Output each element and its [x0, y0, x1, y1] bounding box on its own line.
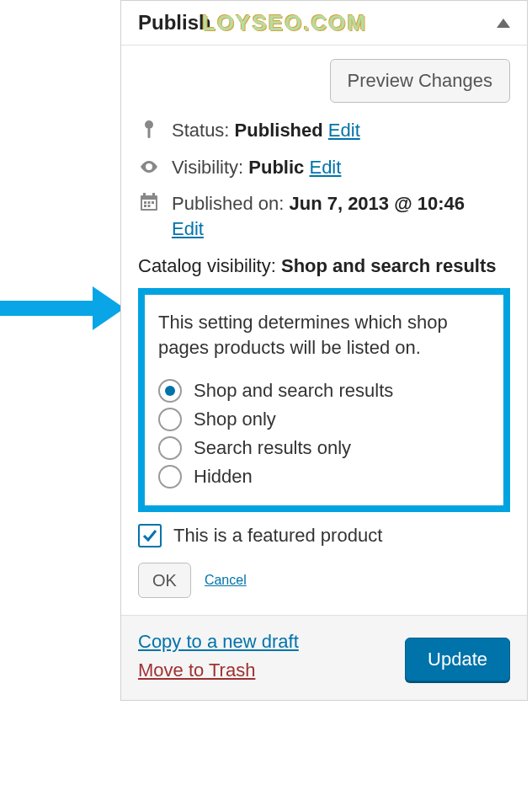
panel-header: Publish	[121, 1, 527, 45]
svg-rect-6	[152, 193, 155, 197]
ok-button[interactable]: OK	[138, 563, 191, 598]
catalog-option-label: Search results only	[194, 437, 351, 459]
pin-icon	[138, 120, 160, 140]
svg-point-2	[147, 165, 151, 168]
radio-icon	[158, 408, 182, 431]
catalog-visibility-row: Catalog visibility: Shop and search resu…	[138, 254, 510, 279]
status-edit-link[interactable]: Edit	[328, 120, 360, 141]
featured-product-label: This is a featured product	[173, 525, 382, 547]
svg-rect-4	[142, 200, 156, 209]
svg-rect-11	[148, 205, 151, 207]
visibility-row: Visibility: Public Edit	[138, 155, 510, 180]
visibility-label: Visibility:	[172, 157, 243, 178]
update-button[interactable]: Update	[405, 638, 510, 681]
catalog-option-label: Shop and search results	[194, 380, 393, 402]
status-label: Status:	[172, 120, 229, 141]
move-to-trash-link[interactable]: Move to Trash	[138, 659, 299, 681]
panel-title: Publish	[138, 11, 211, 35]
svg-rect-1	[148, 128, 151, 138]
status-value: Published	[235, 120, 323, 141]
svg-rect-8	[148, 201, 151, 204]
publish-panel: Publish Preview Changes Status: Publishe…	[120, 0, 528, 701]
panel-footer: Copy to a new draft Move to Trash Update	[121, 615, 527, 700]
catalog-option-2[interactable]: Search results only	[158, 436, 490, 460]
published-value: Jun 7, 2013 @ 10:46	[289, 193, 465, 214]
featured-product-checkbox[interactable]: This is a featured product	[138, 524, 510, 547]
svg-rect-9	[152, 201, 154, 204]
svg-point-0	[145, 120, 153, 129]
checkbox-icon	[138, 524, 162, 547]
radio-icon	[158, 465, 182, 489]
visibility-edit-link[interactable]: Edit	[309, 157, 341, 178]
preview-changes-button[interactable]: Preview Changes	[330, 59, 510, 103]
catalog-option-1[interactable]: Shop only	[158, 408, 490, 431]
copy-draft-link[interactable]: Copy to a new draft	[138, 631, 299, 653]
catalog-option-0[interactable]: Shop and search results	[158, 379, 490, 403]
svg-rect-7	[144, 201, 146, 204]
svg-rect-10	[144, 205, 146, 207]
catalog-option-label: Shop only	[194, 409, 276, 430]
radio-icon	[158, 379, 182, 403]
catalog-option-label: Hidden	[194, 466, 253, 488]
catalog-visibility-label: Catalog visibility:	[138, 255, 276, 276]
calendar-icon	[138, 193, 160, 211]
svg-rect-5	[143, 193, 146, 197]
status-row: Status: Published Edit	[138, 118, 510, 143]
cancel-link[interactable]: Cancel	[205, 573, 247, 588]
radio-icon	[158, 436, 182, 460]
catalog-visibility-value: Shop and search results	[281, 255, 497, 276]
eye-icon	[138, 157, 160, 177]
catalog-option-3[interactable]: Hidden	[158, 465, 490, 489]
catalog-visibility-editor: This setting determines which shop pages…	[138, 288, 510, 511]
pointer-arrow	[0, 286, 125, 330]
panel-body: Preview Changes Status: Published Edit	[121, 45, 527, 615]
catalog-help-text: This setting determines which shop pages…	[158, 310, 490, 360]
published-edit-link[interactable]: Edit	[172, 218, 204, 239]
collapse-toggle-icon[interactable]	[497, 19, 510, 28]
published-row: Published on: Jun 7, 2013 @ 10:46 Edit	[138, 191, 510, 241]
visibility-value: Public	[248, 157, 304, 178]
published-label: Published on:	[172, 193, 284, 214]
